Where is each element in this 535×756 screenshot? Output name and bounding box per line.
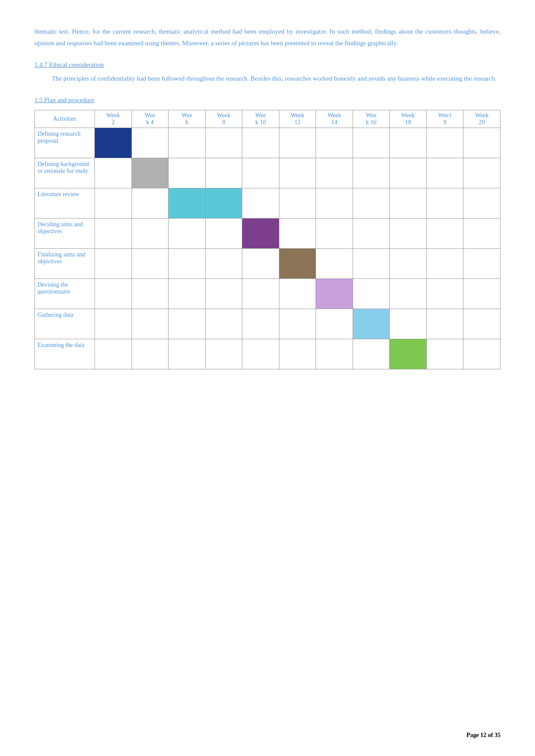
week-cell [205, 279, 242, 309]
week-cell [463, 219, 501, 249]
week-cell [95, 219, 132, 249]
activity-cell: Defining background or rationale for stu… [35, 158, 95, 188]
week-cell [316, 249, 353, 279]
week-cell [426, 158, 463, 188]
col-header-week19: Wee1 9 [426, 110, 463, 128]
week-cell [426, 188, 463, 219]
week-cell [463, 339, 501, 369]
week-cell [316, 309, 353, 339]
week-cell [169, 249, 206, 279]
week-cell [316, 188, 353, 219]
week-cell [463, 128, 501, 158]
week-cell [279, 309, 316, 339]
week-cell [316, 339, 353, 369]
col-header-week18: Week 18 [390, 110, 427, 128]
week-cell [353, 279, 390, 309]
table-row: Gathering data [35, 309, 501, 339]
week-cell [463, 309, 501, 339]
week-cell [95, 279, 132, 309]
section-147-heading: 1.4.7 Ethical consideration [34, 61, 501, 69]
col-header-week6: Wee 6 [169, 110, 206, 128]
week-cell [353, 309, 390, 339]
week-cell [353, 158, 390, 188]
col-header-week14: Week 14 [316, 110, 353, 128]
week-cell [426, 279, 463, 309]
activity-cell: Finalizing aims and objectives [35, 249, 95, 279]
week-cell [169, 219, 206, 249]
intro-paragraph: thematic test. Hence, for the current re… [34, 26, 501, 49]
week-cell [131, 158, 169, 188]
week-cell [279, 128, 316, 158]
week-cell [390, 219, 427, 249]
week-cell [426, 249, 463, 279]
week-cell [169, 279, 206, 309]
week-cell [242, 128, 279, 158]
col-header-week2: Week 2 [95, 110, 132, 128]
table-row: Deciding aims and objectives [35, 219, 501, 249]
week-cell [463, 158, 501, 188]
week-cell [316, 128, 353, 158]
activity-cell: Examining the data [35, 339, 95, 369]
footer-total: 35 [494, 732, 501, 738]
week-cell [95, 158, 132, 188]
week-cell [169, 188, 206, 219]
week-cell [169, 158, 206, 188]
table-row: Examining the data [35, 339, 501, 369]
col-header-week16: Wee k 16 [353, 110, 390, 128]
week-cell [131, 219, 169, 249]
week-cell [95, 339, 132, 369]
week-cell [205, 219, 242, 249]
week-cell [463, 188, 501, 219]
week-cell [205, 188, 242, 219]
week-cell [390, 309, 427, 339]
week-cell [316, 279, 353, 309]
week-cell [95, 249, 132, 279]
week-cell [390, 128, 427, 158]
week-cell [205, 339, 242, 369]
week-cell [353, 249, 390, 279]
week-cell [242, 309, 279, 339]
footer-page-number: 12 [480, 732, 486, 738]
week-cell [279, 219, 316, 249]
footer-text-pre: Page [466, 732, 480, 738]
week-cell [131, 279, 169, 309]
week-cell [242, 219, 279, 249]
section-147-body-cont: this, researcher worked honestly and avo… [272, 75, 497, 82]
col-header-week20: Week 20 [463, 110, 501, 128]
week-cell [242, 339, 279, 369]
table-header-row: Activities Week 2 Wee k 4 Wee 6 Week 8 W… [35, 110, 501, 128]
week-cell [205, 158, 242, 188]
plan-table: Activities Week 2 Wee k 4 Wee 6 Week 8 W… [34, 110, 501, 369]
week-cell [279, 279, 316, 309]
week-cell [131, 339, 169, 369]
table-row: Literature review [35, 188, 501, 219]
week-cell [353, 219, 390, 249]
week-cell [353, 188, 390, 219]
table-row: Devising the questionnaire [35, 279, 501, 309]
week-cell [463, 279, 501, 309]
week-cell [316, 219, 353, 249]
week-cell [390, 279, 427, 309]
activity-cell: Deciding aims and objectives [35, 219, 95, 249]
week-cell [279, 339, 316, 369]
week-cell [390, 158, 427, 188]
week-cell [390, 249, 427, 279]
week-cell [279, 249, 316, 279]
activity-cell: Literature review [35, 188, 95, 219]
week-cell [390, 339, 427, 369]
week-cell [131, 309, 169, 339]
week-cell [279, 188, 316, 219]
week-cell [426, 309, 463, 339]
col-header-week4: Wee k 4 [131, 110, 169, 128]
week-cell [426, 219, 463, 249]
week-cell [205, 249, 242, 279]
week-cell [242, 188, 279, 219]
week-cell [390, 188, 427, 219]
section-15-heading: 1.5 Plan and procedure [34, 97, 501, 104]
section-147-body: The principles of confidentiality had be… [34, 73, 501, 84]
week-cell [242, 158, 279, 188]
col-header-week8: Week 8 [205, 110, 242, 128]
page-footer: Page 12 of 35 [466, 732, 501, 739]
week-cell [95, 128, 132, 158]
col-header-week12: Week 12 [279, 110, 316, 128]
